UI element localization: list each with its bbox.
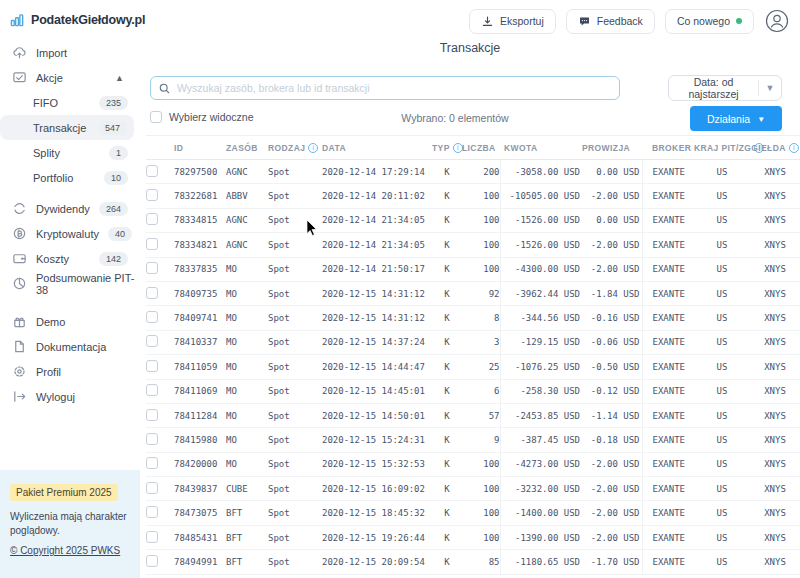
info-icon[interactable]: i	[789, 143, 799, 153]
row-checkbox[interactable]	[146, 506, 158, 518]
sidebar-item-fifo[interactable]: FIFO 235	[0, 90, 140, 115]
app-window: PodatekGiełdowy.pl Import Akcje ▲ FIFO 2…	[0, 0, 800, 578]
row-checkbox-cell	[146, 379, 174, 403]
whats-new-button[interactable]: Co nowego	[665, 9, 754, 34]
row-checkbox[interactable]	[146, 531, 158, 543]
column-header-prowizja: PROWIZJA	[582, 136, 642, 160]
document-icon	[12, 339, 27, 354]
sidebar-item-akcje[interactable]: Akcje ▲	[0, 65, 140, 90]
row-checkbox[interactable]	[146, 555, 158, 567]
table-row: 78322681ABBVSpot2020-12-14 20:11:02K100-…	[146, 184, 800, 208]
row-checkbox[interactable]	[146, 262, 158, 274]
row-checkbox-cell	[146, 208, 174, 232]
transactions-table: ID ZASÓB RODZAJi DATA TYPi LICZBA KWOTA …	[146, 135, 800, 575]
cell-fee: -2.00 USD	[582, 452, 642, 476]
cell-date: 2020-12-15 14:44:47	[322, 355, 432, 379]
search-input[interactable]	[150, 76, 620, 100]
cell-fee: -0.12 USD	[582, 379, 642, 403]
cell-country: US	[694, 525, 750, 549]
sidebar-item-kryptowaluty[interactable]: Kryptowaluty 40	[0, 221, 140, 246]
sort-dropdown[interactable]: Data: od najstarszej ▼	[668, 75, 782, 101]
row-checkbox[interactable]	[146, 384, 158, 396]
cell-country: US	[694, 452, 750, 476]
whats-new-label: Co nowego	[677, 15, 730, 27]
cell-country: US	[694, 355, 750, 379]
row-checkbox[interactable]	[146, 482, 158, 494]
row-checkbox[interactable]	[146, 165, 158, 177]
sidebar-item-portfolio[interactable]: Portfolio 10	[0, 165, 140, 190]
cell-amount: -4300.00 USD	[500, 257, 582, 281]
cell-broker: EXANTE	[642, 452, 694, 476]
user-avatar[interactable]	[764, 8, 790, 34]
cell-amount: -4273.00 USD	[500, 452, 582, 476]
cell-id: 78420000	[174, 452, 226, 476]
table-row: 78409741MOSpot2020-12-15 14:31:12K8-344.…	[146, 306, 800, 330]
sidebar-item-dywidendy[interactable]: Dywidendy 264	[0, 196, 140, 221]
cell-date: 2020-12-14 21:34:05	[322, 233, 432, 257]
sidebar-item-dokumentacja[interactable]: Dokumentacja	[0, 334, 140, 359]
row-checkbox[interactable]	[146, 311, 158, 323]
cell-country: US	[694, 428, 750, 452]
cell-exchange: XNYS	[750, 550, 800, 574]
feedback-button[interactable]: Feedback	[566, 9, 655, 34]
row-checkbox[interactable]	[146, 360, 158, 372]
premium-title: Pakiet Premium 2025	[10, 484, 118, 501]
cell-fee: 0.00 USD	[582, 208, 642, 232]
info-icon[interactable]: i	[308, 143, 318, 153]
table-row: 78337835MOSpot2020-12-14 21:50:17K100-43…	[146, 257, 800, 281]
table-row: 78409735MOSpot2020-12-15 14:31:12K92-396…	[146, 281, 800, 305]
cell-qty: 9	[462, 428, 500, 452]
cell-country: US	[694, 160, 750, 184]
sidebar-item-transakcje[interactable]: Transakcje 547	[0, 115, 134, 140]
cell-kind: Spot	[268, 452, 322, 476]
cell-date: 2020-12-15 19:26:44	[322, 525, 432, 549]
row-checkbox[interactable]	[146, 189, 158, 201]
cell-type: K	[432, 160, 462, 184]
copyright-link[interactable]: © Copyright 2025 PWKS	[10, 545, 130, 556]
cell-date: 2020-12-14 17:29:14	[322, 160, 432, 184]
cell-type: K	[432, 355, 462, 379]
feedback-label: Feedback	[597, 15, 643, 27]
cell-amount: -344.56 USD	[500, 306, 582, 330]
app-logo[interactable]: PodatekGiełdowy.pl	[0, 0, 140, 30]
row-checkbox[interactable]	[146, 238, 158, 250]
gift-icon	[12, 314, 27, 329]
sidebar-item-demo[interactable]: Demo	[0, 309, 140, 334]
row-checkbox[interactable]	[146, 409, 158, 421]
export-button[interactable]: Eksportuj	[469, 9, 556, 34]
cell-kind: Spot	[268, 355, 322, 379]
row-checkbox[interactable]	[146, 213, 158, 225]
count-badge: 1	[109, 146, 128, 160]
cell-asset: AGNC	[226, 233, 268, 257]
column-header-label: KRAJ PIT/ZG	[694, 143, 751, 153]
row-checkbox[interactable]	[146, 287, 158, 299]
row-checkbox[interactable]	[146, 433, 158, 445]
sidebar-item-label: Transakcje	[33, 122, 86, 134]
sidebar-item-profil[interactable]: Profil	[0, 359, 140, 384]
cell-exchange: XNYS	[750, 477, 800, 501]
cell-broker: EXANTE	[642, 160, 694, 184]
cell-amount: -1180.65 USD	[500, 550, 582, 574]
cell-country: US	[694, 208, 750, 232]
column-header-typ: TYPi	[432, 136, 462, 160]
cell-country: US	[694, 550, 750, 574]
cell-type: K	[432, 477, 462, 501]
cell-date: 2020-12-15 18:45:32	[322, 501, 432, 525]
cell-country: US	[694, 477, 750, 501]
cell-broker: EXANTE	[642, 184, 694, 208]
sidebar-item-koszty[interactable]: Koszty 142	[0, 246, 140, 271]
row-checkbox[interactable]	[146, 335, 158, 347]
chevron-up-icon[interactable]: ▲	[115, 73, 124, 83]
actions-button[interactable]: Działania ▼	[690, 106, 782, 131]
table-row: 78420000MOSpot2020-12-15 15:32:53K100-42…	[146, 452, 800, 476]
cell-amount: -3232.00 USD	[500, 477, 582, 501]
cell-exchange: XNYS	[750, 208, 800, 232]
sidebar-item-wyloguj[interactable]: Wyloguj	[0, 384, 140, 409]
sidebar-item-splity[interactable]: Splity 1	[0, 140, 140, 165]
sidebar-item-podsumowanie-pit38[interactable]: Podsumowanie PIT-38	[0, 271, 140, 296]
row-checkbox[interactable]	[146, 457, 158, 469]
cell-amount: -3962.44 USD	[500, 281, 582, 305]
table-row: 78297500AGNCSpot2020-12-14 17:29:14K200-…	[146, 160, 800, 184]
cell-asset: AGNC	[226, 208, 268, 232]
sidebar-item-import[interactable]: Import	[0, 40, 140, 65]
